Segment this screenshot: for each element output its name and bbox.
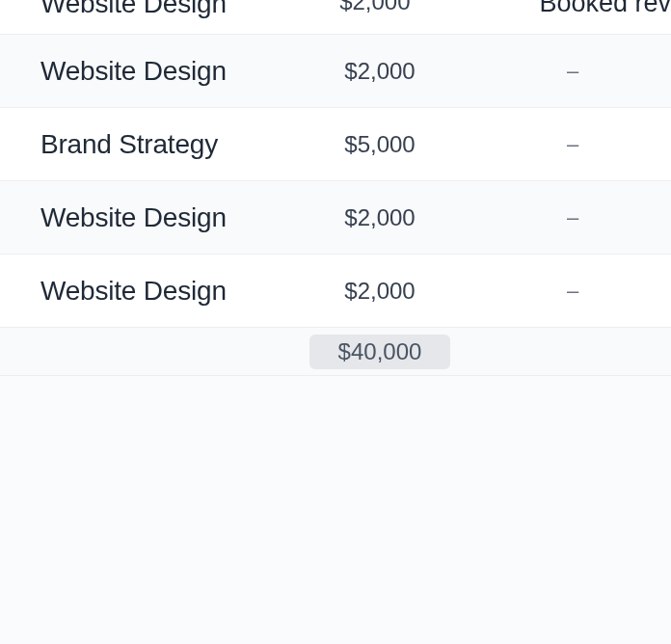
column-header-booked: Booked rev bbox=[470, 0, 671, 18]
revenue-table: Website Design $2,000 Booked rev Website… bbox=[0, 0, 671, 644]
service-name-cell: Website Design bbox=[0, 202, 283, 233]
service-name-cell: Brand Strategy bbox=[0, 129, 283, 160]
table-row[interactable]: Brand Strategy $5,000 – bbox=[0, 108, 671, 181]
service-name-cell: Website Design bbox=[0, 276, 283, 307]
table-row[interactable]: Website Design $2,000 – bbox=[0, 35, 671, 108]
amount-cell: $2,000 bbox=[283, 58, 476, 85]
table-row[interactable]: Website Design $2,000 Booked rev bbox=[0, 0, 671, 35]
empty-area bbox=[0, 376, 671, 644]
amount-cell: $2,000 bbox=[280, 0, 470, 15]
total-amount: $40,000 bbox=[309, 335, 451, 369]
amount-cell: $2,000 bbox=[283, 278, 476, 305]
service-name-cell: Website Design bbox=[0, 0, 280, 19]
status-cell: – bbox=[476, 132, 669, 157]
amount-cell: $5,000 bbox=[283, 131, 476, 158]
status-cell: – bbox=[476, 205, 669, 230]
status-cell: – bbox=[476, 59, 669, 84]
amount-cell: $2,000 bbox=[283, 204, 476, 231]
status-cell: – bbox=[476, 279, 669, 304]
service-name-cell: Website Design bbox=[0, 56, 283, 87]
table-total-row: $40,000 bbox=[0, 328, 671, 376]
table-row[interactable]: Website Design $2,000 – bbox=[0, 181, 671, 255]
table-row[interactable]: Website Design $2,000 – bbox=[0, 255, 671, 328]
total-amount-container: $40,000 bbox=[283, 335, 476, 369]
